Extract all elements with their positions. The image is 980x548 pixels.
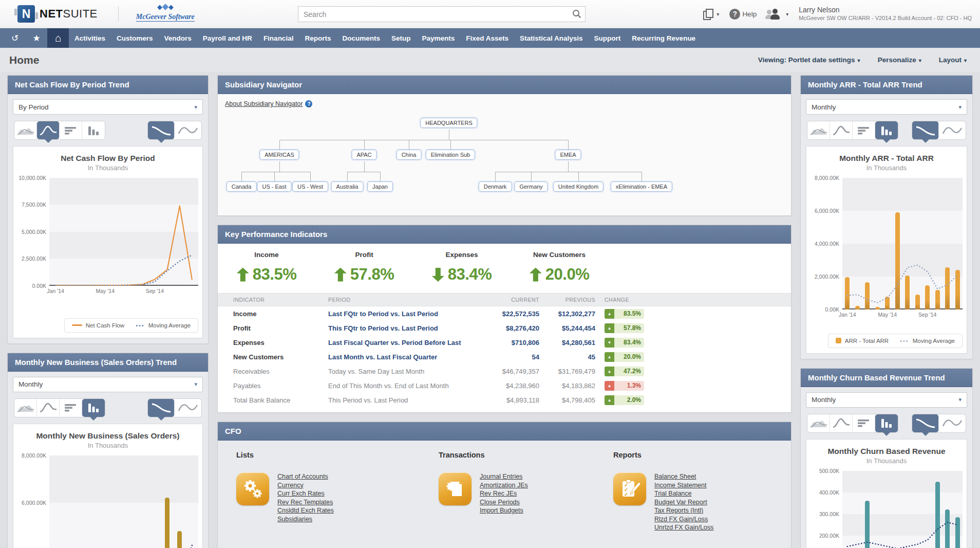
period-select[interactable]: Monthly ▾: [806, 99, 967, 115]
nav-item-statistical-analysis[interactable]: Statistical Analysis: [514, 28, 589, 48]
link-rev-rec-templates[interactable]: Rev Rec Templates: [277, 498, 334, 507]
link-curr-exch-rates[interactable]: Curr Exch Rates: [277, 489, 334, 498]
trend-view-secondary-button[interactable]: [175, 399, 201, 417]
chart-type-line-button[interactable]: [830, 414, 853, 432]
org-node-uswest[interactable]: US - West: [292, 181, 328, 192]
nav-item-payments[interactable]: Payments: [416, 28, 460, 48]
nav-item-recurring-revenue[interactable]: Recurring Revenue: [626, 28, 701, 48]
link-unrlzd-fx-gain-loss[interactable]: Unrlzd FX Gain/Loss: [654, 523, 713, 532]
trend-view-primary-button[interactable]: [912, 121, 939, 139]
org-node-elim[interactable]: Elimination Sub: [426, 150, 475, 160]
recent-records-icon[interactable]: ↺: [4, 28, 26, 48]
kpi-period-link[interactable]: Last FQtr to Period vs. Last Period: [328, 310, 492, 318]
help-question-icon[interactable]: ?: [305, 100, 312, 107]
org-node-china[interactable]: China: [397, 150, 422, 160]
chart-type-hbar-button[interactable]: [60, 121, 82, 139]
chart-type-hbar-button[interactable]: [853, 414, 875, 432]
kpi-period-link[interactable]: This FQtr to Period vs. Last Period: [328, 324, 492, 332]
chart-type-hbar-button[interactable]: [60, 399, 82, 417]
nav-item-reports[interactable]: Reports: [299, 28, 336, 48]
period-select[interactable]: Monthly ▾: [806, 392, 967, 408]
portlet-header[interactable]: CFO: [218, 422, 791, 441]
org-node-xelim[interactable]: xElimination - EMEA: [611, 181, 672, 192]
layout-menu[interactable]: Layout▾: [939, 56, 967, 64]
chart-type-area-button[interactable]: [14, 121, 37, 139]
nav-item-activities[interactable]: Activities: [69, 28, 111, 48]
portlet-header[interactable]: Key Performance Indicators: [218, 225, 791, 244]
nav-item-financial[interactable]: Financial: [258, 28, 299, 48]
chart-type-hbar-button[interactable]: [853, 121, 875, 139]
portlet-header[interactable]: Subsidiary Navigator: [218, 76, 791, 94]
org-node-japan[interactable]: Japan: [367, 181, 393, 192]
trend-view-secondary-button[interactable]: [175, 121, 201, 139]
search-input[interactable]: [298, 6, 586, 22]
link-chart-of-accounts[interactable]: Chart of Accounts: [277, 472, 334, 481]
period-select[interactable]: By Period ▾: [13, 99, 203, 115]
link-subsidiaries[interactable]: Subsidiaries: [277, 515, 334, 524]
nav-item-vendors[interactable]: Vendors: [159, 28, 197, 48]
nav-item-support[interactable]: Support: [589, 28, 627, 48]
org-node-americas[interactable]: AMERICAS: [259, 150, 299, 160]
org-node-useast[interactable]: US - East: [257, 181, 291, 192]
chart-type-area-button[interactable]: [807, 121, 830, 139]
portlet-header[interactable]: Monthly ARR - Total ARR Trend: [801, 76, 972, 94]
nav-item-documents[interactable]: Documents: [336, 28, 386, 48]
trend-view-primary-button[interactable]: [912, 414, 939, 432]
user-menu-button[interactable]: ▾: [767, 9, 788, 20]
chart-type-line-button[interactable]: [830, 121, 853, 139]
chart-type-area-button[interactable]: [807, 414, 830, 432]
kpi-period-link[interactable]: End of This Month vs. End of Last Month: [328, 382, 492, 390]
nav-item-setup[interactable]: Setup: [386, 28, 417, 48]
link-cnsldtd-exch-rates[interactable]: Cnsldtd Exch Rates: [277, 506, 334, 515]
shortcuts-star-icon[interactable]: ★: [26, 28, 47, 48]
chart-type-vbar-button[interactable]: [875, 414, 898, 432]
link-amortization-jes[interactable]: Amortization JEs: [480, 481, 528, 490]
kpi-period-link[interactable]: Today vs. Same Day Last Month: [328, 368, 492, 375]
org-node-canada[interactable]: Canada: [227, 181, 257, 192]
portlet-header[interactable]: Monthly New Business (Sales Orders) Tren…: [8, 353, 208, 372]
trend-view-primary-button[interactable]: [148, 399, 175, 417]
chart-type-line-button[interactable]: [37, 121, 60, 139]
nav-item-payroll-and-hr[interactable]: Payroll and HR: [197, 28, 258, 48]
search-icon[interactable]: [572, 9, 581, 21]
portlet-header[interactable]: Monthly Churn Based Revenue Trend: [801, 369, 972, 387]
about-subsidiary-navigator-link[interactable]: About Subsidiary Navigator ?: [225, 100, 312, 107]
home-icon[interactable]: ⌂: [47, 28, 69, 48]
link-currency[interactable]: Currency: [277, 481, 334, 490]
trend-view-secondary-button[interactable]: [939, 414, 966, 432]
link-rev-rec-jes[interactable]: Rev Rec JEs: [480, 489, 528, 498]
nav-item-fixed-assets[interactable]: Fixed Assets: [460, 28, 514, 48]
trend-view-primary-button[interactable]: [148, 121, 175, 139]
link-import-budgets[interactable]: Import Budgets: [480, 506, 528, 515]
link-rlzd-fx-gain-loss[interactable]: Rlzd FX Gain/Loss: [654, 515, 713, 524]
link-budget-var-report[interactable]: Budget Var Report: [654, 498, 713, 507]
period-select[interactable]: Monthly ▾: [13, 377, 203, 392]
link-trial-balance[interactable]: Trial Balance: [654, 489, 713, 498]
portlet-header[interactable]: Net Cash Flow By Period Trend: [8, 76, 208, 94]
link-journal-entries[interactable]: Journal Entries: [480, 472, 528, 481]
chart-type-area-button[interactable]: [14, 399, 37, 417]
netsuite-logo[interactable]: N NETSUITE: [17, 5, 98, 23]
mcgeever-software-logo[interactable]: McGeever Software: [136, 7, 195, 21]
org-node-hq[interactable]: HEADQUARTERS: [420, 118, 477, 128]
org-node-apac[interactable]: APAC: [351, 150, 376, 160]
nav-item-customers[interactable]: Customers: [111, 28, 159, 48]
org-node-denmark[interactable]: Denmark: [479, 181, 512, 192]
trend-view-secondary-button[interactable]: [939, 121, 966, 139]
link-close-periods[interactable]: Close Periods: [480, 498, 528, 507]
kpi-period-link[interactable]: Last Fiscal Quarter vs. Period Before La…: [328, 339, 492, 346]
chart-type-vbar-button[interactable]: [82, 121, 105, 139]
personalize-menu[interactable]: Personalize▾: [878, 56, 921, 64]
kpi-period-link[interactable]: This Period vs. Last Period: [328, 396, 492, 404]
viewing-portlet-date-settings-menu[interactable]: Viewing: Portlet date settings▾: [758, 56, 860, 64]
org-node-uk[interactable]: United Kingdom: [553, 181, 604, 192]
link-income-statement[interactable]: Income Statement: [654, 481, 713, 490]
quick-create-button[interactable]: ▾: [703, 9, 719, 19]
kpi-period-link[interactable]: Last Month vs. Last Fiscal Quarter: [328, 353, 492, 361]
org-node-australia[interactable]: Australia: [331, 181, 364, 192]
link-tax-reports-intl[interactable]: Tax Reports (Intl): [654, 506, 713, 515]
chart-type-line-button[interactable]: [37, 399, 60, 417]
chart-type-vbar-button[interactable]: [82, 399, 105, 417]
help-button[interactable]: ? Help: [729, 9, 757, 20]
org-node-emea[interactable]: EMEA: [555, 150, 581, 160]
